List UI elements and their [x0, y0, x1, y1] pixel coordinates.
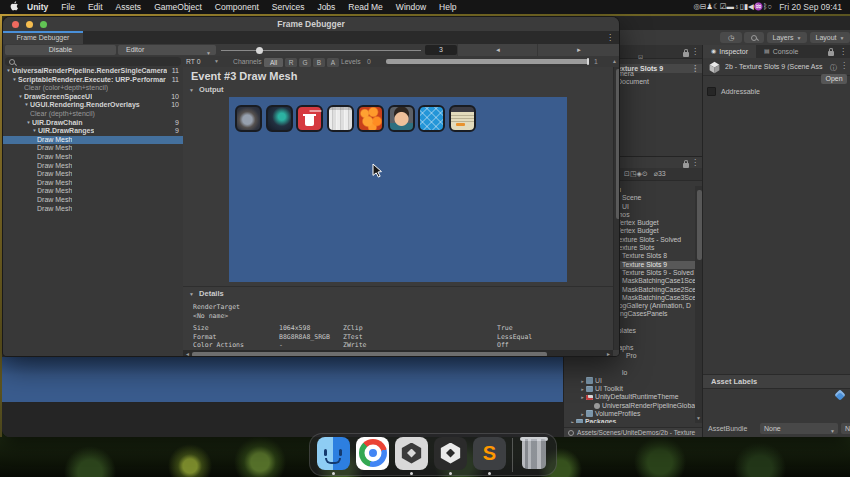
- hierarchy-toolbar-icon[interactable]: ⊡: [638, 53, 643, 60]
- menu-item[interactable]: File: [61, 2, 75, 12]
- project-item[interactable]: ▸ UI Toolkit: [564, 385, 695, 393]
- kebab-menu-icon[interactable]: ⋮: [839, 47, 847, 56]
- previous-event-button[interactable]: ◄: [457, 44, 538, 56]
- asset-label-tag-icon[interactable]: [834, 389, 845, 400]
- rt-dropdown[interactable]: RT 0: [186, 56, 200, 67]
- event-tree-row[interactable]: ▼ UniversalRenderPipeline.RenderSingleCa…: [3, 67, 183, 76]
- tab-console[interactable]: ▤ Console: [756, 45, 806, 58]
- foldout-arrow-icon[interactable]: ▸: [579, 377, 586, 385]
- channel-button[interactable]: R: [285, 58, 297, 67]
- channel-button[interactable]: All: [264, 58, 283, 67]
- event-tree-row[interactable]: Draw Mesh: [3, 170, 183, 179]
- dock-chrome-icon[interactable]: [356, 435, 389, 475]
- foldout-arrow-icon[interactable]: ▼: [5, 67, 12, 76]
- dock-unity-editor-icon[interactable]: [434, 435, 467, 475]
- project-item[interactable]: [564, 360, 695, 368]
- addressable-checkbox[interactable]: [707, 87, 716, 96]
- scroll-left-arrow[interactable]: ◄: [185, 350, 190, 357]
- menu-item[interactable]: Help: [439, 2, 456, 12]
- layers-dropdown[interactable]: Layers▼: [767, 32, 807, 43]
- lock-icon[interactable]: [828, 51, 834, 56]
- project-item[interactable]: ▸ VolumeProfiles: [564, 410, 695, 418]
- scrollbar-up-arrow[interactable]: ▲: [612, 56, 617, 67]
- output-foldout[interactable]: ▼ Output: [189, 85, 224, 94]
- menu-item[interactable]: Unity: [27, 2, 48, 12]
- apple-menu-icon[interactable]: [10, 1, 19, 13]
- menu-item[interactable]: Window: [396, 2, 426, 12]
- foldout-arrow-icon[interactable]: ▼: [23, 101, 30, 110]
- channel-button[interactable]: G: [299, 58, 311, 67]
- event-tree-row[interactable]: ▼ ScriptableRenderer.Execute: URP-Perfor…: [3, 76, 183, 85]
- channel-button[interactable]: B: [313, 58, 325, 67]
- foldout-arrow-icon[interactable]: ▸: [579, 385, 586, 393]
- kebab-menu-icon[interactable]: ⋮: [840, 61, 848, 70]
- levels-slider[interactable]: [386, 59, 589, 64]
- texture-trash-red[interactable]: [296, 105, 323, 132]
- event-tree-row[interactable]: Draw Mesh: [3, 205, 183, 214]
- event-tree-row[interactable]: Draw Mesh: [3, 187, 183, 196]
- focus-icon[interactable]: ☾: [713, 2, 720, 11]
- foldout-arrow-icon[interactable]: ▼: [17, 93, 24, 102]
- foldout-arrow-icon[interactable]: ▸: [569, 418, 576, 423]
- menu-item[interactable]: Component: [215, 2, 259, 12]
- frame-slider[interactable]: [221, 50, 421, 51]
- event-tree-row[interactable]: ▼ DrawScreenSpaceUI 10: [3, 93, 183, 102]
- levels-slider-handle[interactable]: [587, 58, 590, 65]
- info-icon[interactable]: ⓘ: [830, 63, 837, 73]
- menu-item[interactable]: Jobs: [317, 2, 335, 12]
- next-event-button[interactable]: ►: [537, 44, 620, 56]
- event-tree-row[interactable]: ▼ UGUI.Rendering.RenderOverlays 10: [3, 101, 183, 110]
- foldout-arrow-icon[interactable]: ▸: [579, 393, 586, 401]
- version-control-button[interactable]: ◷: [720, 32, 742, 43]
- minimize-window-button[interactable]: [26, 21, 33, 28]
- target-dropdown[interactable]: Editor ▼: [118, 45, 216, 55]
- event-tree-row[interactable]: Draw Mesh: [3, 196, 183, 205]
- project-item[interactable]: UniversalRenderPipelineGlobalSet: [564, 402, 695, 410]
- dock-finder-icon[interactable]: [317, 435, 350, 475]
- dock-trash-icon[interactable]: [519, 435, 549, 475]
- scroll-right-arrow[interactable]: ►: [606, 350, 611, 357]
- texture-boy-portrait[interactable]: [388, 105, 415, 132]
- foldout-arrow-icon[interactable]: ▼: [25, 119, 32, 128]
- frame-slider-handle[interactable]: [256, 47, 263, 54]
- event-search-field[interactable]: [5, 57, 181, 66]
- event-tree-row[interactable]: Draw Mesh: [3, 144, 183, 153]
- event-tree-row[interactable]: Draw Mesh: [3, 136, 183, 145]
- texture-ninja-character[interactable]: [266, 105, 293, 132]
- shortcuts-icon[interactable]: ☑: [720, 2, 727, 11]
- open-button[interactable]: Open: [821, 74, 847, 84]
- render-target-preview[interactable]: [229, 97, 567, 282]
- kebab-menu-icon[interactable]: ⋮: [606, 31, 614, 44]
- search-in-packages-icon[interactable]: ◳: [630, 170, 637, 177]
- scrollbar-thumb[interactable]: [192, 352, 547, 357]
- keyboard-icon[interactable]: ▬: [727, 2, 735, 11]
- project-item[interactable]: ▸ UI: [564, 377, 695, 385]
- project-item[interactable]: lo: [564, 369, 695, 377]
- menu-bar-clock[interactable]: Fri 20 Sep 09:41: [779, 2, 842, 12]
- texture-ui-card[interactable]: [449, 105, 476, 132]
- event-tree-row[interactable]: ▼ UIR.DrawChain 9: [3, 119, 183, 128]
- scrollbar-thumb[interactable]: [697, 190, 702, 260]
- close-window-button[interactable]: [12, 21, 19, 28]
- texture-lava-orange[interactable]: [357, 105, 384, 132]
- event-tree-row[interactable]: Draw Mesh: [3, 153, 183, 162]
- foldout-arrow-icon[interactable]: ▼: [31, 127, 38, 136]
- tab-inspector[interactable]: ◉ Inspector: [703, 45, 756, 58]
- preset-icon[interactable]: ⊙: [642, 170, 648, 177]
- layout-dropdown[interactable]: Layout▼: [810, 32, 850, 43]
- event-tree-row[interactable]: Draw Mesh: [3, 179, 183, 188]
- texture-wolf-character[interactable]: [235, 105, 262, 132]
- vertical-scrollbar[interactable]: [613, 67, 620, 350]
- assetbundle-dropdown[interactable]: None ▼: [760, 423, 838, 434]
- event-tree-row[interactable]: ▼ UIR.DrawRanges 9: [3, 127, 183, 136]
- texture-birch-white[interactable]: [327, 105, 354, 132]
- menu-item[interactable]: Read Me: [348, 2, 383, 12]
- scrollbar-thumb[interactable]: [616, 69, 621, 219]
- event-tree-row[interactable]: Clear (color+depth+stencil): [3, 84, 183, 93]
- menu-item[interactable]: Assets: [116, 2, 142, 12]
- details-foldout[interactable]: ▼ Details: [189, 289, 224, 298]
- disable-button[interactable]: Disable: [5, 45, 116, 55]
- menu-item[interactable]: Services: [272, 2, 305, 12]
- dock-sublime-text-icon[interactable]: [473, 435, 506, 475]
- tab-frame-debugger[interactable]: Frame Debugger: [3, 31, 83, 44]
